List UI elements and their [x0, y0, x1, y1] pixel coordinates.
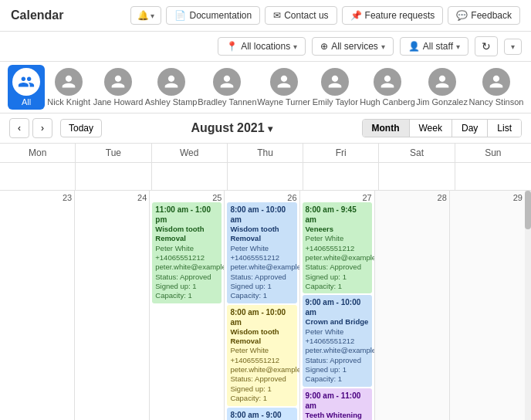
bell-button[interactable]: 🔔 ▾	[130, 6, 161, 25]
feedback-label: Feedback	[471, 10, 512, 21]
event-signed-26-2: Signed up: 1	[230, 384, 293, 394]
event-time-25-1: 11:00 am - 1:00 pm	[155, 205, 218, 225]
staff-name-jane: Jane Howard	[93, 97, 144, 107]
contact-link[interactable]: ✉ Contact us	[265, 6, 337, 25]
day-num-29: 29	[452, 193, 523, 202]
view-switcher: Month Week Day List	[362, 119, 522, 137]
event-signed-25-1: Signed up: 1	[155, 282, 218, 291]
refresh-dropdown[interactable]: ▾	[504, 39, 522, 55]
scrollbar-track[interactable]	[525, 191, 531, 420]
event-title-27-1: Veneers	[306, 225, 369, 234]
services-filter[interactable]: ⊕ All services ▾	[312, 37, 394, 56]
feature-icon: 📌	[350, 10, 362, 21]
staff-name-nick: Nick Knight	[47, 97, 90, 107]
day-cell-empty-2	[76, 163, 151, 190]
staff-filter[interactable]: 👤 All staff ▾	[400, 37, 468, 56]
staff-item-wayne[interactable]: Wayne Turner	[257, 65, 309, 110]
event-person-25-1: Peter White	[155, 244, 218, 253]
staff-name-hugh: Hugh Canberg	[360, 97, 415, 107]
event-26-1[interactable]: 8:00 am - 10:00 am Wisdom tooth Removal …	[227, 202, 296, 303]
avatar-emily	[321, 68, 349, 96]
week-view-button[interactable]: Week	[410, 120, 452, 137]
next-button[interactable]: ›	[32, 118, 52, 138]
day-view-button[interactable]: Day	[452, 120, 488, 137]
event-capacity-25-1: Capacity: 1	[155, 291, 218, 300]
list-view-button[interactable]: List	[488, 120, 521, 137]
event-phone-26-2: +14065551212	[230, 356, 293, 365]
event-26-2[interactable]: 8:00 am - 10:00 am Wisdom tooth Removal …	[227, 305, 296, 406]
day-cell-26[interactable]: 26 8:00 am - 10:00 am Wisdom tooth Remov…	[225, 191, 299, 420]
event-27-3[interactable]: 9:00 am - 11:00 am Teeth Whitening Peter…	[303, 388, 372, 420]
event-email-26-1: peter.white@example.com	[230, 262, 293, 272]
day-header-mon: Mon	[0, 144, 76, 162]
scrollbar-thumb[interactable]	[525, 191, 531, 229]
month-view-button[interactable]: Month	[363, 120, 410, 137]
event-27-2[interactable]: 9:00 am - 10:00 am Crown and Bridge Pete…	[303, 295, 372, 386]
contact-icon: ✉	[273, 10, 281, 21]
event-signed-27-1: Signed up: 1	[306, 273, 369, 282]
day-cell-29[interactable]: 29	[450, 191, 525, 420]
avatar-jim	[428, 68, 456, 96]
prev-button[interactable]: ‹	[9, 118, 29, 138]
event-status-26-1: Status: Approved	[230, 273, 293, 282]
staff-item-nancy[interactable]: Nancy Stinson	[469, 65, 523, 110]
avatar-jane	[104, 68, 132, 96]
event-phone-25-1: +14065551212	[155, 253, 218, 262]
staff-item-jim[interactable]: Jim Gonzalez	[416, 65, 468, 110]
staff-item-ashley[interactable]: Ashley Stamp	[145, 65, 198, 110]
day-cell-empty-1	[0, 163, 76, 190]
day-cell-24[interactable]: 24	[75, 191, 150, 420]
event-status-27-2: Status: Approved	[306, 356, 369, 365]
avatar-hugh	[374, 68, 401, 96]
day-cell-27[interactable]: 27 8:00 am - 9:45 am Veneers Peter White…	[300, 191, 375, 420]
day-cell-empty-4	[228, 163, 303, 190]
staff-label: All staff	[423, 41, 453, 52]
locations-chevron: ▾	[293, 42, 297, 51]
event-time-27-2: 9:00 am - 10:00 am	[306, 297, 369, 317]
event-25-1[interactable]: 11:00 am - 1:00 pm Wisdom tooth Removal …	[152, 202, 222, 303]
event-27-1[interactable]: 8:00 am - 9:45 am Veneers Peter White +1…	[303, 202, 372, 293]
refresh-button[interactable]: ↻	[475, 36, 498, 56]
day-num-24: 24	[77, 193, 147, 202]
event-person-27-1: Peter White	[306, 234, 369, 243]
event-status-27-1: Status: Approved	[306, 262, 369, 272]
staff-item-emily[interactable]: Emily Taylor	[312, 65, 359, 110]
staff-item-jane[interactable]: Jane Howard	[93, 65, 143, 110]
location-icon: 📍	[226, 41, 238, 52]
feature-label: Feature requests	[365, 10, 435, 21]
staff-item-hugh[interactable]: Hugh Canberg	[360, 65, 414, 110]
event-email-25-1: peter.white@example.com	[155, 262, 218, 272]
today-button[interactable]: Today	[60, 119, 102, 137]
day-num-28: 28	[377, 193, 447, 202]
locations-filter[interactable]: 📍 All locations ▾	[218, 37, 306, 56]
staff-item-bradley[interactable]: Bradley Tannen	[198, 65, 255, 110]
bell-chevron: ▾	[151, 12, 154, 20]
day-header-sat: Sat	[379, 144, 455, 162]
day-num-23: 23	[2, 193, 72, 202]
day-cell-empty-6	[379, 163, 455, 190]
staff-name-bradley: Bradley Tannen	[198, 97, 256, 107]
day-num-27: 27	[303, 193, 372, 202]
staff-name-ashley: Ashley Stamp	[145, 97, 198, 107]
day-cell-25[interactable]: 25 11:00 am - 1:00 pm Wisdom tooth Remov…	[150, 191, 225, 420]
documentation-link[interactable]: 📄 Documentation	[166, 6, 260, 25]
feedback-link[interactable]: 💬 Feedback	[448, 6, 520, 25]
staff-chevron: ▾	[456, 42, 460, 51]
calendar-title[interactable]: August 2021 ▾	[102, 121, 361, 135]
day-cell-28[interactable]: 28	[375, 191, 450, 420]
calendar-title-text: August 2021	[191, 121, 264, 134]
services-chevron: ▾	[381, 42, 385, 51]
event-email-27-1: peter.white@example.com	[306, 253, 369, 262]
refresh-dropdown-chevron: ▾	[511, 42, 515, 51]
feature-link[interactable]: 📌 Feature requests	[342, 6, 444, 25]
event-email-26-2: peter.white@example.com	[230, 365, 293, 374]
day-cell-23[interactable]: 23	[0, 191, 75, 420]
event-capacity-27-2: Capacity: 1	[306, 374, 369, 384]
documentation-label: Documentation	[189, 10, 252, 21]
staff-item-nick[interactable]: Nick Knight	[46, 65, 91, 110]
event-time-26-1: 8:00 am - 10:00 am	[230, 205, 293, 225]
day-header-sun: Sun	[455, 144, 531, 162]
calendar-title-chevron: ▾	[268, 124, 272, 134]
staff-item-all[interactable]: All	[8, 65, 45, 110]
event-26-3[interactable]: 8:00 am - 9:00 am	[227, 408, 296, 421]
